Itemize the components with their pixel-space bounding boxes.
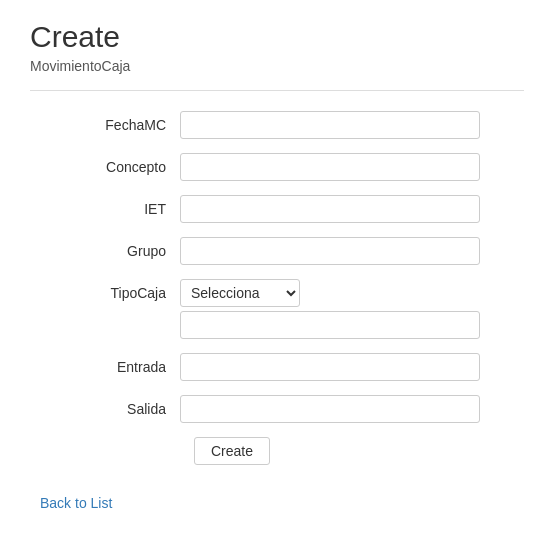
form-row-salida: Salida xyxy=(40,395,524,423)
label-iet: IET xyxy=(40,195,180,217)
label-concepto: Concepto xyxy=(40,153,180,175)
label-entrada: Entrada xyxy=(40,353,180,375)
page-subtitle: MovimientoCaja xyxy=(30,58,524,74)
section-divider xyxy=(30,90,524,91)
label-salida: Salida xyxy=(40,395,180,417)
page-container: Create MovimientoCaja FechaMC Concepto I… xyxy=(0,0,554,531)
input-tipoCaja-text[interactable] xyxy=(180,311,480,339)
back-to-list-link[interactable]: Back to List xyxy=(40,495,112,511)
form-row-iet: IET xyxy=(40,195,524,223)
page-title: Create xyxy=(30,20,524,54)
form-row-concepto: Concepto xyxy=(40,153,524,181)
form-row-entrada: Entrada xyxy=(40,353,524,381)
input-fechaMC[interactable] xyxy=(180,111,480,139)
select-tipoCaja[interactable]: Selecciona xyxy=(180,279,300,307)
input-iet[interactable] xyxy=(180,195,480,223)
create-form: FechaMC Concepto IET Grupo TipoCaja Sele… xyxy=(30,111,524,511)
create-button[interactable]: Create xyxy=(194,437,270,465)
form-row-fechaMC: FechaMC xyxy=(40,111,524,139)
label-fechaMC: FechaMC xyxy=(40,111,180,133)
tipoCaja-wrapper: Selecciona xyxy=(180,279,480,339)
input-salida[interactable] xyxy=(180,395,480,423)
form-row-grupo: Grupo xyxy=(40,237,524,265)
input-concepto[interactable] xyxy=(180,153,480,181)
input-grupo[interactable] xyxy=(180,237,480,265)
label-grupo: Grupo xyxy=(40,237,180,259)
label-tipoCaja: TipoCaja xyxy=(40,279,180,301)
form-row-tipoCaja: TipoCaja Selecciona xyxy=(40,279,524,339)
form-actions: Create xyxy=(194,437,524,465)
input-entrada[interactable] xyxy=(180,353,480,381)
